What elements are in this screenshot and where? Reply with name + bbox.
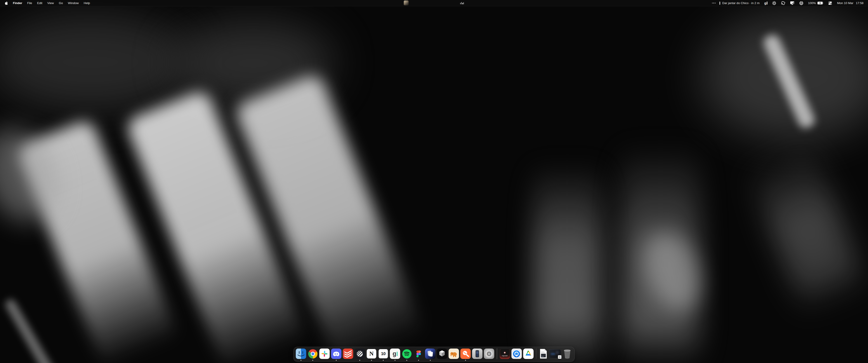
blue-windows-app-icon	[425, 349, 436, 359]
desktop-wallpaper	[0, 0, 868, 363]
black-cube-app-icon	[437, 349, 447, 359]
dock-item-grammarly[interactable]: g	[390, 349, 400, 359]
gear-icon: ⚙	[486, 351, 492, 357]
reminder-text[interactable]: Dar jantar do Chico · in 2 m	[722, 1, 760, 5]
running-indicator	[395, 360, 396, 361]
dock-item-notion[interactable]: N	[366, 349, 377, 359]
menu-window[interactable]: Window	[65, 0, 81, 6]
dock-item-google-drive[interactable]	[523, 349, 533, 359]
ring-menu-icon[interactable]	[799, 1, 803, 5]
dock-item-iphone-mirroring[interactable]	[472, 349, 483, 359]
running-indicator	[383, 360, 384, 361]
menu-file[interactable]: File	[25, 0, 35, 6]
discord-icon	[331, 349, 342, 359]
display-menu-icon[interactable]	[790, 1, 795, 5]
raycast-icon: ✦ raycast	[500, 349, 510, 359]
clock-time: 17:58	[856, 1, 864, 5]
running-indicator	[336, 360, 337, 361]
dock-item-app-black-cube[interactable]	[437, 349, 447, 359]
running-indicator	[360, 360, 360, 361]
running-indicator	[406, 360, 407, 361]
dock-divider	[536, 348, 536, 359]
dock-item-finder[interactable]	[296, 349, 306, 359]
running-indicator	[465, 360, 466, 361]
dock-item-raycast[interactable]: ✦ raycast	[500, 349, 510, 359]
running-indicator	[418, 360, 419, 361]
dock-item-postman[interactable]	[460, 349, 471, 359]
dock-item-chrome[interactable]	[308, 349, 318, 359]
calendar-badge-icon: 11	[558, 355, 562, 359]
minimized-window-thumbnail: 11	[549, 349, 561, 358]
notion-icon: N	[366, 349, 377, 359]
wallpaper-streak	[4, 297, 61, 363]
dock: N 10 g	[293, 347, 575, 362]
onepassword-icon	[511, 349, 522, 359]
menu-help[interactable]: Help	[81, 0, 92, 6]
menu-app-name[interactable]: Finder	[10, 0, 25, 6]
dock-item-figma[interactable]	[413, 349, 424, 359]
todoist-icon	[343, 349, 353, 359]
google-drive-icon	[523, 349, 533, 359]
document-file-icon	[539, 349, 548, 359]
dock-item-app-blue-windows[interactable]	[425, 349, 436, 359]
battery-charging-icon	[817, 2, 824, 4]
grammarly-menu-icon[interactable]: g	[764, 1, 767, 5]
running-indicator	[301, 360, 302, 361]
reminder-indicator-bar	[719, 2, 720, 5]
running-indicator	[312, 360, 313, 361]
iphone-mirroring-icon	[472, 349, 483, 359]
apple-logo-icon	[5, 1, 8, 5]
battery-status[interactable]: 100%	[808, 1, 824, 5]
pick-menu-icon[interactable]	[781, 1, 785, 5]
slack-icon	[319, 349, 330, 359]
desktop: Finder File Edit View Go Window Help Dar…	[0, 0, 868, 363]
flower-menu-icon[interactable]	[772, 1, 776, 5]
chrome-icon	[308, 349, 318, 359]
menu-edit[interactable]: Edit	[35, 0, 45, 6]
spotify-icon	[402, 349, 412, 359]
dock-item-slack[interactable]	[319, 349, 330, 359]
trash-icon	[562, 349, 572, 359]
hidden-items-ellipsis-icon[interactable]	[712, 3, 716, 3]
dock-item-spotify[interactable]	[402, 349, 412, 359]
menu-bar-status-area: Dar jantar do Chico · in 2 m g	[707, 0, 868, 6]
running-indicator	[430, 360, 431, 361]
dock-item-1password[interactable]	[511, 349, 522, 359]
figma-icon	[413, 349, 424, 359]
finder-icon	[296, 349, 306, 359]
running-indicator	[371, 360, 372, 361]
menu-view[interactable]: View	[45, 0, 56, 6]
menu-bar-clock[interactable]: Mon 10 Mar17:58	[837, 1, 864, 5]
now-playing-waveform-icon[interactable]	[460, 2, 464, 4]
dock-item-minimized-window[interactable]: 11	[549, 349, 561, 358]
postman-icon	[460, 349, 471, 359]
menu-bar-left: Finder File Edit View Go Window Help	[0, 0, 92, 6]
apple-menu[interactable]	[2, 0, 10, 6]
system-settings-icon: ⚙	[484, 349, 494, 359]
menu-go[interactable]: Go	[56, 0, 65, 6]
notion-calendar-icon: 10	[378, 349, 389, 359]
dock-item-linear[interactable]	[355, 349, 365, 359]
wallpaper-streak	[533, 163, 601, 363]
menu-bar: Finder File Edit View Go Window Help Dar…	[0, 0, 868, 6]
dock-divider	[497, 348, 497, 359]
dock-item-discord[interactable]	[331, 349, 342, 359]
control-center-icon[interactable]	[828, 1, 832, 5]
dock-item-system-settings[interactable]: ⚙	[484, 349, 494, 359]
linear-icon	[355, 349, 365, 359]
wallpaper-streak	[746, 142, 868, 314]
battery-percent: 100%	[808, 1, 816, 5]
dock-item-notion-calendar[interactable]: 10	[378, 349, 389, 359]
clock-date: Mon 10 Mar	[837, 1, 853, 5]
dock-item-todoist[interactable]	[343, 349, 353, 359]
dock-item-downloaded-document[interactable]	[539, 349, 548, 359]
wallpaper-streak	[0, 13, 192, 111]
dock-item-trash[interactable]	[562, 349, 572, 359]
now-playing-album-art[interactable]	[404, 0, 409, 5]
grammarly-icon: g	[390, 349, 400, 359]
elephant-app-icon	[449, 349, 459, 359]
dock-item-elephant-app[interactable]	[449, 349, 459, 359]
